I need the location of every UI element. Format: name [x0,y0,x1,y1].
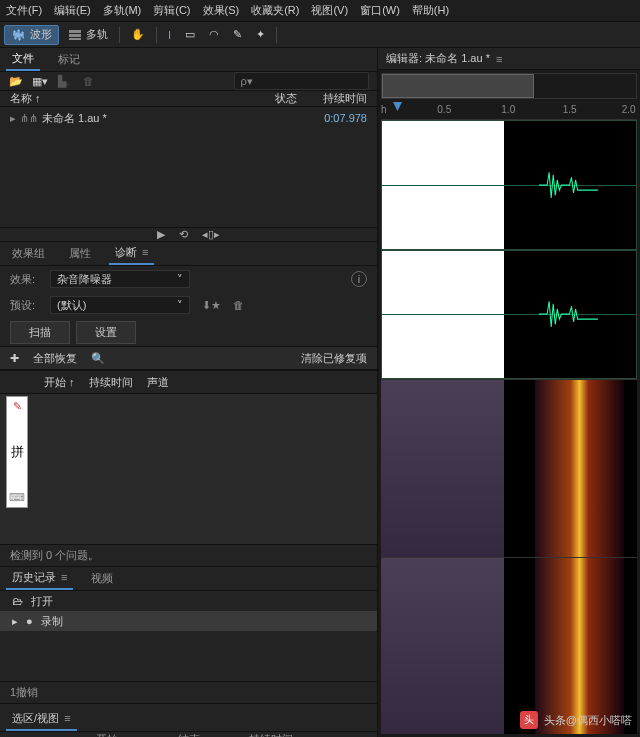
menu-multi[interactable]: 多轨(M) [103,3,142,18]
tab-markers[interactable]: 标记 [52,49,86,70]
delete-preset-icon[interactable]: 🗑 [233,299,244,311]
menu-effects[interactable]: 效果(S) [203,3,240,18]
tab-diagnostics[interactable]: 诊断 ≡ [109,242,154,265]
svg-rect-2 [69,38,81,40]
save-preset-icon[interactable]: ⬇★ [202,299,221,312]
menu-help[interactable]: 帮助(H) [412,3,449,18]
clear-fixed[interactable]: 清除已修复项 [301,351,367,366]
multitrack-icon [67,27,83,43]
tab-attr[interactable]: 属性 [63,243,97,264]
history-item-open[interactable]: 🗁打开 [0,591,377,611]
panel-menu-icon[interactable]: ≡ [64,712,70,724]
panel-menu-icon[interactable]: ≡ [61,571,67,583]
files-panel-tabs: 文件 标记 [0,48,377,72]
spectrogram-selection [381,380,504,557]
fx-panel-tabs: 效果组 属性 诊断 ≡ [0,242,377,266]
ime-keyboard-icon: ⌨ [9,491,25,504]
col-dur[interactable]: 持续时间 [89,375,133,390]
waveform-channel-right[interactable] [381,250,637,380]
menu-edit[interactable]: 编辑(E) [54,3,91,18]
toutiao-icon: 头 [520,711,538,729]
hand-tool[interactable]: ✋ [125,25,151,45]
open-file-icon[interactable]: 📂 [8,73,24,89]
waveform-channel-left[interactable] [381,120,637,250]
open-icon: 🗁 [12,595,23,607]
file-row[interactable]: ▸ ⋔⋔ 未命名 1.au * 0:07.978 [0,107,377,129]
spectrogram-energy [535,558,625,735]
marquee-tool[interactable]: ▭ [179,25,201,45]
spectrogram-display[interactable] [381,379,637,734]
restore-all[interactable]: 全部恢复 [33,351,77,366]
heal-tool[interactable]: ✦ [250,25,271,45]
expand-icon[interactable]: ▸ [10,112,16,125]
tab-video[interactable]: 视频 [85,568,119,589]
diag-status: 检测到 0 个问题。 [0,544,377,566]
diag-columns: 开始 ↑ 持续时间 声道 [0,370,377,394]
menu-clip[interactable]: 剪辑(C) [153,3,190,18]
selection-grid: 开始 结束 持续时间 选区 0:00.107 0:01.152 0:01.045 [0,732,377,737]
transport-bar: ▶ ⟲ ◂▯▸ [0,227,377,241]
playhead-icon[interactable] [393,102,402,111]
time-ruler[interactable]: h 0.5 1.0 1.5 2.0 [381,102,637,120]
history-item-record[interactable]: ▸●录制 [0,611,377,631]
brush-tool[interactable]: ✎ [227,25,248,45]
col-channel[interactable]: 声道 [147,375,169,390]
waveform-icon [11,27,27,43]
overview-selection[interactable] [382,74,534,98]
overview-bar[interactable] [381,73,637,99]
close-icon[interactable]: 🗑 [80,73,96,89]
file-list: ▸ ⋔⋔ 未命名 1.au * 0:07.978 [0,107,377,227]
tab-history[interactable]: 历史记录 ≡ [6,567,73,590]
col-start[interactable]: 开始 ↑ [44,375,75,390]
panel-menu-icon[interactable]: ≡ [142,246,148,258]
files-toolbar: 📂 ▦▾ ▙. 🗑 ρ▾ [0,72,377,91]
svg-rect-1 [69,34,81,37]
menu-view[interactable]: 视图(V) [311,3,348,18]
menu-favorites[interactable]: 收藏夹(R) [251,3,299,18]
menu-file[interactable]: 文件(F) [6,3,42,18]
search-icon[interactable]: 🔍 [91,352,105,365]
watermark: 头 头条@偶西小嗒嗒 [520,711,632,729]
tab-selection[interactable]: 选区/视图 ≡ [6,708,77,731]
tab-fx-group[interactable]: 效果组 [6,243,51,264]
waveform-display[interactable] [381,120,637,379]
col-name[interactable]: 名称 ↑ [10,91,247,106]
sel-hdr-dur: 持续时间 [236,732,306,737]
info-icon[interactable]: i [351,271,367,287]
sel-hdr-start: 开始 [72,732,142,737]
new-file-icon[interactable]: ▦▾ [32,73,48,89]
spectrogram-channel-right[interactable] [381,557,637,735]
menu-window[interactable]: 窗口(W) [360,3,400,18]
multitrack-mode-button[interactable]: 多轨 [61,25,114,45]
ime-popup[interactable]: ✎ 拼 ⌨ [6,396,28,508]
col-status[interactable]: 状态 [247,91,297,106]
fix-icon[interactable]: ✚ [10,352,19,365]
main-toolbar: 波形 多轨 ✋ I ▭ ◠ ✎ ✦ [0,22,640,48]
effect-label: 效果: [10,272,44,287]
tab-files[interactable]: 文件 [6,48,40,71]
col-duration[interactable]: 持续时间 [307,91,367,106]
waveform-mode-button[interactable]: 波形 [4,25,59,45]
import-icon[interactable]: ▙. [56,73,72,89]
play-button[interactable]: ▶ [157,228,165,241]
menu-bar: 文件(F) 编辑(E) 多轨(M) 剪辑(C) 效果(S) 收藏夹(R) 视图(… [0,0,640,22]
scan-button[interactable]: 扫描 [10,321,70,344]
time-select-tool[interactable]: I [162,25,177,45]
undo-count: 1撤销 [0,681,377,703]
panel-menu-icon[interactable]: ≡ [496,53,502,65]
effect-select[interactable]: 杂音降噪器˅ [50,270,190,288]
chevron-down-icon: ˅ [177,273,183,286]
preset-label: 预设: [10,298,44,313]
diag-toolbar: ✚ 全部恢复 🔍 清除已修复项 [0,346,377,370]
editor-title-bar: 编辑器: 未命名 1.au * ≡ [378,48,640,70]
spectrogram-channel-left[interactable] [381,379,637,557]
loop-button[interactable]: ⟲ [179,228,188,241]
search-input[interactable]: ρ▾ [234,72,370,90]
diag-results: ✎ 拼 ⌨ [0,394,377,544]
selection-tabs: 选区/视图 ≡ [0,708,377,732]
preset-select[interactable]: (默认)˅ [50,296,190,314]
lasso-tool[interactable]: ◠ [203,25,225,45]
autoplay-button[interactable]: ◂▯▸ [202,228,220,241]
history-tabs: 历史记录 ≡ 视频 [0,567,377,591]
settings-button[interactable]: 设置 [76,321,136,344]
